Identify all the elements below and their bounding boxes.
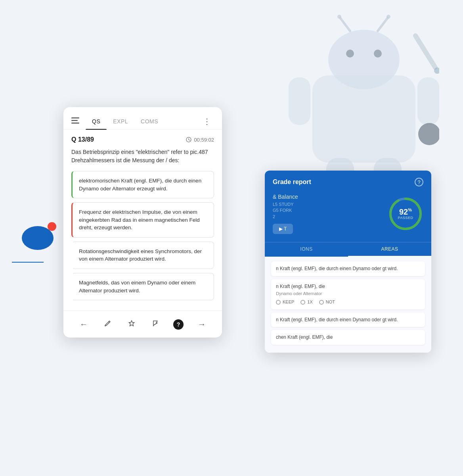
question-text: Das Betriebsprinzip eines "elektrischen"… [71, 148, 214, 165]
answer-option-a[interactable]: elektromorischen Kraft (engl. EMF), die … [71, 171, 214, 198]
quiz-card-footer: ← ? → [63, 311, 222, 338]
radio-1x [300, 300, 305, 305]
svg-rect-16 [71, 120, 78, 121]
svg-point-5 [337, 15, 341, 19]
grade-left-panel: & Balance L5 STUDY G5 FORK 2 ▶ T [273, 194, 380, 234]
forward-button[interactable]: → [195, 317, 208, 331]
grade-meta: L5 STUDY G5 FORK 2 [273, 202, 380, 220]
grade-row-4: chen Kraft (engl. EMF), die [271, 330, 425, 345]
quiz-card-body: Q 13/89 00:59:02 Das Betriebsprinzip ein… [63, 130, 222, 311]
grade-card: Grade report ? & Balance L5 STUDY G5 FOR… [265, 171, 431, 353]
grade-help-button[interactable]: ? [415, 178, 423, 186]
svg-rect-15 [71, 117, 79, 119]
more-options-icon[interactable]: ⋮ [200, 113, 214, 129]
radio-keep [276, 300, 281, 305]
grade-options: KEEP 1X NOT [276, 299, 420, 305]
pin-button[interactable] [126, 317, 138, 331]
svg-rect-17 [71, 123, 79, 124]
back-button[interactable]: ← [77, 317, 90, 331]
svg-line-12 [415, 36, 435, 67]
timer-value: 00:59:02 [194, 137, 214, 143]
question-meta: Q 13/89 00:59:02 [71, 136, 214, 143]
svg-line-21 [109, 322, 109, 322]
grade-tabs: IONS AREAS [265, 242, 431, 257]
grade-card-header: Grade report ? [265, 171, 431, 194]
grade-body: n Kraft (engl. EMF), die durch einen Dyn… [265, 257, 431, 353]
svg-line-20 [189, 140, 190, 140]
svg-line-4 [340, 18, 350, 31]
decorative-line-blue [12, 262, 44, 263]
grade-row-3-main: n Kraft (engl. EMF), die durch einen Dyn… [276, 317, 420, 323]
option-not-label: NOT [326, 299, 335, 305]
svg-point-7 [386, 15, 390, 19]
grade-circle-container: 92% PASSED [388, 196, 423, 232]
flag-button[interactable] [149, 317, 161, 331]
tab-navigation: QS EXPL COMS [86, 113, 200, 129]
option-keep[interactable]: KEEP [276, 299, 294, 305]
tab-coms[interactable]: COMS [134, 113, 165, 129]
grade-content: & Balance L5 STUDY G5 FORK 2 ▶ T 92% [265, 194, 431, 242]
svg-point-2 [346, 50, 354, 58]
tab-areas[interactable]: AREAS [348, 242, 431, 257]
decorative-blob-blue [22, 226, 54, 250]
grade-circle: 92% PASSED [388, 196, 423, 232]
grade-row-2: n Kraft (engl. EMF), die Dynamo oder Alt… [271, 279, 425, 309]
quiz-card: QS EXPL COMS ⋮ Q 13/89 00:59:02 Das Betr… [63, 107, 222, 338]
answer-option-c[interactable]: Rotationsgeschwindigkeit eines Synchromo… [71, 242, 214, 269]
question-timer: 00:59:02 [186, 137, 214, 143]
quiz-card-header: QS EXPL COMS ⋮ [63, 107, 222, 130]
tab-qs[interactable]: QS [86, 113, 107, 129]
help-button[interactable]: ? [173, 319, 184, 330]
svg-point-3 [374, 50, 382, 58]
grade-row-2-main: n Kraft (engl. EMF), die [276, 283, 420, 290]
answer-option-d[interactable]: Magnetfelds, das von einem Dynamo oder e… [71, 273, 214, 300]
svg-rect-9 [417, 77, 439, 125]
clock-icon [186, 137, 191, 142]
grade-passed-label: PASSED [398, 216, 413, 220]
menu-icon[interactable] [71, 117, 79, 126]
option-not[interactable]: NOT [319, 299, 335, 305]
grade-row-2-sub: Dynamo oder Alternator [276, 291, 420, 297]
grade-row-4-main: chen Kraft (engl. EMF), die [276, 334, 420, 341]
svg-point-14 [418, 123, 439, 145]
grade-subtitle: & Balance [273, 194, 380, 200]
grade-row-3: n Kraft (engl. EMF), die durch einen Dyn… [271, 313, 425, 327]
svg-line-6 [378, 18, 388, 31]
radio-not [319, 300, 324, 305]
grade-title: Grade report [273, 178, 311, 186]
grade-row-1: n Kraft (engl. EMF), die durch einen Dyn… [271, 261, 425, 276]
grade-circle-inner: 92% PASSED [398, 208, 413, 220]
option-1x-label: 1X [307, 299, 312, 305]
grade-row-1-main: n Kraft (engl. EMF), die durch einen Dyn… [276, 265, 420, 272]
answer-option-b[interactable]: Frequenz der elektrischen Impulse, die v… [71, 202, 214, 238]
option-1x[interactable]: 1X [300, 299, 312, 305]
question-number: Q 13/89 [71, 136, 94, 143]
tab-ions[interactable]: IONS [265, 242, 348, 257]
tab-expl[interactable]: EXPL [107, 113, 134, 129]
svg-point-1 [328, 30, 400, 89]
grade-percent: 92% [398, 208, 413, 216]
grade-action-button[interactable]: ▶ T [273, 224, 293, 234]
edit-button[interactable] [102, 317, 114, 331]
svg-rect-8 [289, 77, 310, 125]
option-keep-label: KEEP [283, 299, 294, 305]
